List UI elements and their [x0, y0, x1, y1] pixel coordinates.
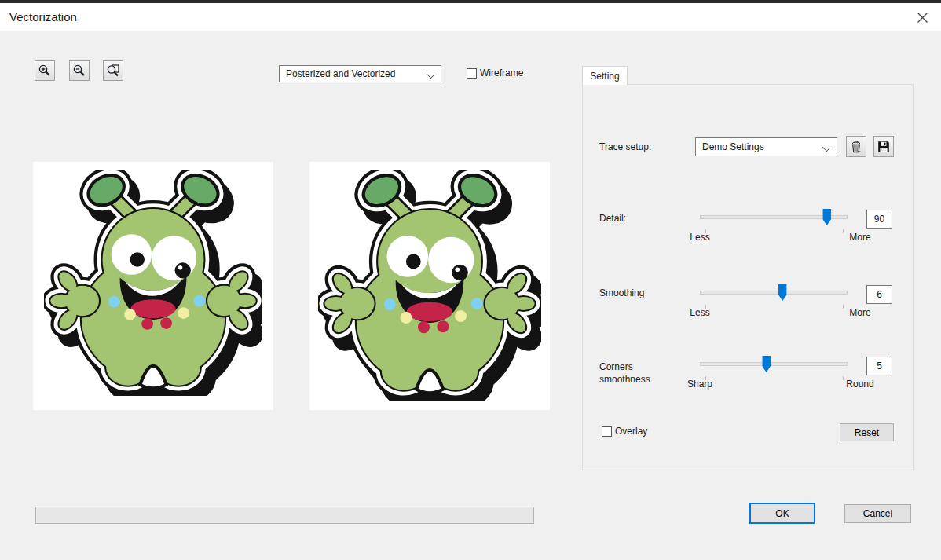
detail-slider-label: Detail:: [599, 213, 626, 224]
smoothing-slider-thumb[interactable]: [778, 284, 787, 301]
corners-min-label: Sharp: [687, 379, 712, 390]
render-mode-value: Posterized and Vectorized: [286, 68, 395, 79]
smoothing-slider: Less More: [700, 286, 848, 317]
floppy-disk-icon: [877, 141, 890, 153]
progress-bar: [35, 507, 534, 524]
slider-tick: [843, 376, 844, 380]
overlay-option: Overlay: [602, 426, 647, 437]
tab-setting-label: Setting: [590, 71, 619, 82]
trash-can-icon: [850, 141, 862, 153]
corners-max-label: Round: [846, 379, 873, 390]
ok-button[interactable]: OK: [749, 503, 815, 524]
overlay-checkbox[interactable]: [602, 426, 612, 437]
trace-setup-select[interactable]: Demo Settings: [695, 137, 837, 156]
preview-original-image: [33, 162, 273, 410]
detail-value-field[interactable]: 90: [866, 210, 892, 229]
wireframe-checkbox[interactable]: [467, 68, 477, 79]
detail-slider: Less More: [700, 210, 848, 242]
corners-value-field[interactable]: 5: [866, 357, 892, 375]
titlebar: Vectorization: [0, 3, 941, 31]
zoom-in-icon: [38, 64, 52, 78]
smoothing-slider-label: Smoothing: [599, 287, 644, 298]
detail-max-label: More: [849, 232, 870, 243]
settings-panel: Trace setup: Demo Settings Detail: Less …: [582, 84, 914, 470]
monster-illustration-vectorized: [318, 170, 541, 401]
smoothing-max-label: More: [849, 307, 870, 318]
trace-setup-value: Demo Settings: [702, 141, 764, 152]
render-mode-select[interactable]: Posterized and Vectorized: [279, 65, 441, 82]
corners-slider-track[interactable]: [700, 362, 848, 366]
zoom-out-icon: [72, 64, 86, 78]
corners-slider: Sharp Round: [700, 357, 848, 389]
corners-value: 5: [877, 361, 882, 372]
zoom-in-button[interactable]: [35, 60, 55, 81]
cancel-button[interactable]: Cancel: [844, 504, 911, 523]
zoom-out-button[interactable]: [69, 60, 90, 81]
smoothing-min-label: Less: [690, 307, 709, 318]
window-title: Vectorization: [9, 3, 77, 31]
detail-min-label: Less: [690, 232, 709, 243]
smoothing-slider-track[interactable]: [700, 291, 848, 295]
close-icon: [917, 12, 928, 24]
overlay-label: Overlay: [615, 426, 647, 437]
slider-tick: [843, 229, 844, 233]
corners-slider-thumb[interactable]: [762, 356, 771, 372]
zoom-fit-icon: [106, 64, 120, 78]
chevron-down-icon: [427, 71, 434, 78]
slider-tick: [843, 305, 844, 309]
corners-slider-label: Corners smoothness: [599, 361, 672, 386]
wireframe-label: Wireframe: [480, 68, 523, 79]
trace-setup-label: Trace setup:: [599, 141, 651, 152]
smoothing-value: 6: [877, 289, 882, 300]
monster-illustration-original: [44, 170, 262, 396]
chevron-down-icon: [823, 144, 830, 151]
preview-vectorized-image: [309, 162, 550, 410]
detail-value: 90: [874, 214, 884, 225]
reset-button[interactable]: Reset: [840, 423, 894, 441]
zoom-fit-button[interactable]: [103, 60, 123, 81]
detail-slider-thumb[interactable]: [822, 209, 831, 225]
save-preset-button[interactable]: [873, 136, 894, 157]
smoothing-value-field[interactable]: 6: [866, 285, 892, 304]
delete-preset-button[interactable]: [846, 136, 866, 157]
close-button[interactable]: [910, 5, 935, 30]
wireframe-option: Wireframe: [467, 68, 523, 79]
tab-setting[interactable]: Setting: [582, 66, 628, 85]
